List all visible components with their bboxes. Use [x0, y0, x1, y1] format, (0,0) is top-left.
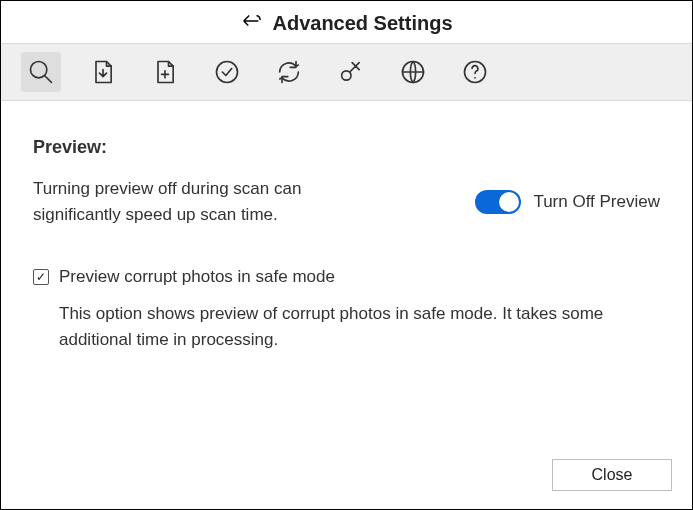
check-circle-icon[interactable]	[207, 52, 247, 92]
safe-mode-checkbox[interactable]: ✓	[33, 269, 49, 285]
help-icon[interactable]	[455, 52, 495, 92]
doc-add-icon[interactable]	[145, 52, 185, 92]
window-title: Advanced Settings	[272, 12, 452, 35]
globe-icon[interactable]	[393, 52, 433, 92]
section-title-preview: Preview:	[33, 137, 660, 158]
turn-off-preview-toggle[interactable]	[475, 190, 521, 214]
safe-mode-label: Preview corrupt photos in safe mode	[59, 267, 335, 287]
safe-mode-description: This option shows preview of corrupt pho…	[59, 301, 619, 354]
footer: Close	[1, 449, 692, 509]
toggle-wrap: Turn Off Preview	[475, 190, 660, 214]
search-icon[interactable]	[21, 52, 61, 92]
svg-line-1	[45, 76, 52, 83]
key-icon[interactable]	[331, 52, 371, 92]
toggle-label: Turn Off Preview	[533, 192, 660, 212]
titlebar: Advanced Settings	[1, 1, 692, 43]
preview-toggle-row: Turning preview off during scan can sign…	[33, 176, 660, 227]
toolbar	[1, 43, 692, 101]
svg-point-6	[474, 77, 476, 79]
preview-description: Turning preview off during scan can sign…	[33, 176, 373, 227]
content-pane: Preview: Turning preview off during scan…	[1, 101, 692, 449]
toggle-knob	[499, 192, 519, 212]
back-icon[interactable]	[240, 11, 262, 35]
svg-point-2	[217, 62, 238, 83]
safe-mode-row: ✓ Preview corrupt photos in safe mode	[33, 267, 660, 287]
close-button[interactable]: Close	[552, 459, 672, 491]
doc-down-icon[interactable]	[83, 52, 123, 92]
refresh-icon[interactable]	[269, 52, 309, 92]
